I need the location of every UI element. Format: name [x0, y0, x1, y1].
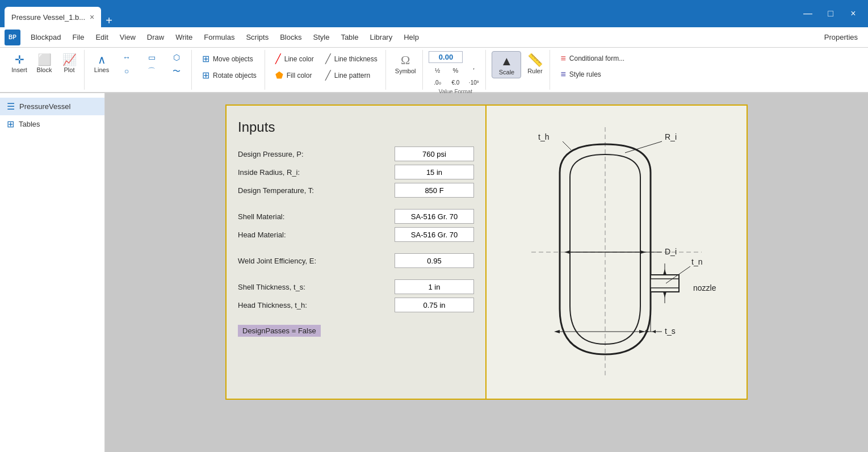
value-design-pressure[interactable]: 760 psi: [395, 147, 474, 161]
fraction-button[interactable]: ½: [429, 65, 446, 76]
ruler-button[interactable]: 📏 Ruler: [523, 51, 546, 76]
circle-icon: ○: [124, 66, 129, 76]
arrows-button[interactable]: ↔: [115, 51, 138, 64]
tn-arrow-dn: [663, 292, 666, 298]
menu-file[interactable]: File: [66, 31, 90, 44]
lines-label: Lines: [94, 66, 109, 73]
label-th: t_h: [538, 132, 549, 141]
menu-write[interactable]: Write: [170, 31, 198, 44]
label-shell-thickness: Shell Thickness, t_s:: [238, 283, 395, 291]
value-shell-material[interactable]: SA-516 Gr. 70: [395, 209, 474, 224]
sidebar-item-pressure-vessel[interactable]: ☰ PressureVessel: [0, 98, 104, 115]
style-items: ╱ Line color ⬟ Fill color ╱ Line thickne…: [271, 51, 382, 89]
style-rules-button[interactable]: ≡ Style rules: [556, 67, 629, 82]
menu-scripts[interactable]: Scripts: [240, 31, 274, 44]
ribbon-group-style: ╱ Line color ⬟ Fill color ╱ Line thickne…: [267, 50, 386, 90]
percent-button[interactable]: %: [447, 65, 464, 76]
curve-button[interactable]: 〜: [165, 65, 188, 78]
menu-table[interactable]: Table: [335, 31, 364, 44]
move-objects-button[interactable]: ⊞ Move objects: [198, 51, 261, 66]
menu-draw[interactable]: Draw: [141, 31, 170, 44]
window-controls: — □ ×: [798, 6, 863, 22]
block-button[interactable]: ⬜ Block: [33, 51, 56, 75]
polygon-icon: ⬡: [173, 53, 180, 62]
input-row-shell-material: Shell Material: SA-516 Gr. 70: [238, 209, 474, 224]
value-design-temp[interactable]: 850 F: [395, 183, 474, 198]
menu-edit[interactable]: Edit: [90, 31, 114, 44]
line-thickness-button[interactable]: ╱ Line thickness: [321, 51, 382, 66]
label-weld: Weld Joint Efficiency, E:: [238, 257, 395, 265]
sidebar-item-tables[interactable]: ⊞ Tables: [0, 115, 104, 133]
ribbon-group-conditional: ≡ Conditional form... ≡ Style rules: [552, 50, 632, 90]
line-color-button[interactable]: ╱ Line color: [271, 51, 318, 66]
add-tab-button[interactable]: +: [106, 14, 112, 27]
menu-blockpad[interactable]: Blockpad: [25, 31, 66, 44]
conditional-format-button[interactable]: ≡ Conditional form...: [556, 51, 629, 66]
close-tab-button[interactable]: ×: [90, 12, 94, 22]
menu-bar: BP Blockpad File Edit View Draw Write Fo…: [0, 27, 868, 48]
menu-view[interactable]: View: [114, 31, 141, 44]
curve-icon: 〜: [173, 66, 181, 77]
label-inside-radius: Inside Radius, R_i:: [238, 168, 395, 177]
di-arrowhead-l: [564, 250, 570, 254]
line-color-label: Line color: [284, 55, 314, 63]
app-icon: BP: [5, 30, 20, 45]
content-area: Inputs Design Pressure, P: 760 psi Insid…: [105, 93, 868, 452]
input-row-weld: Weld Joint Efficiency, E: 0.95: [238, 253, 474, 268]
polygon-button[interactable]: ⬡: [165, 51, 188, 64]
plot-button[interactable]: 📈 Plot: [58, 51, 81, 75]
format-buttons2: .0₀ €.0 ·10³: [429, 78, 482, 87]
sci-button[interactable]: ·10³: [465, 78, 482, 87]
menu-library[interactable]: Library: [364, 31, 398, 44]
ruler-icon: 📏: [527, 53, 543, 68]
rotate-objects-button[interactable]: ⊞ Rotate objects: [198, 68, 261, 83]
format-buttons: ½ % ′: [429, 65, 482, 76]
maximize-button[interactable]: □: [820, 6, 841, 22]
menu-formulas[interactable]: Formulas: [198, 31, 240, 44]
menu-style[interactable]: Style: [307, 31, 335, 44]
tab-area: Pressure Vessel_1.b... × +: [5, 0, 112, 27]
th-arrow: [563, 141, 571, 150]
lines-button[interactable]: ∧ Lines: [90, 51, 113, 75]
move-label: Move objects: [213, 55, 253, 63]
ribbon-group-symbol: Ω Symbol: [388, 50, 423, 90]
value-inside-radius[interactable]: 15 in: [395, 165, 474, 179]
prime-button[interactable]: ′: [465, 65, 482, 76]
conditional-format-label: Conditional form...: [569, 55, 624, 62]
properties-label[interactable]: Properties: [819, 31, 863, 44]
currency-button[interactable]: €.0: [447, 78, 464, 87]
symbol-button[interactable]: Ω Symbol: [392, 51, 420, 76]
fill-color-button[interactable]: ⬟ Fill color: [271, 68, 318, 83]
sidebar-label-tables: Tables: [19, 120, 40, 128]
title-bar: Pressure Vessel_1.b... × + — □ ×: [0, 0, 868, 27]
ruler-label: Ruler: [527, 68, 542, 74]
line-pattern-icon: ╱: [325, 70, 331, 81]
value-weld[interactable]: 0.95: [395, 253, 474, 268]
insert-label: Insert: [11, 66, 27, 73]
value-head-material[interactable]: SA-516 Gr. 70: [395, 227, 474, 242]
menu-help[interactable]: Help: [398, 31, 425, 44]
close-window-button[interactable]: ×: [843, 6, 863, 22]
thickness-col: ╱ Line thickness ╱ Line pattern: [321, 51, 382, 83]
design-passes-result: DesignPasses = False: [238, 325, 321, 337]
input-row-head-material: Head Material: SA-516 Gr. 70: [238, 227, 474, 242]
label-ts: t_s: [665, 327, 676, 336]
arc-button[interactable]: ⌒: [140, 65, 163, 78]
label-shell-material: Shell Material:: [238, 212, 395, 221]
ts-arrowhead-right: [639, 330, 645, 333]
scale-button[interactable]: ▲ Scale: [492, 51, 521, 78]
minimize-button[interactable]: —: [798, 6, 818, 22]
tn-arrow-up: [663, 269, 666, 275]
insert-button[interactable]: ✛ Insert: [8, 51, 31, 75]
value-head-thickness[interactable]: 0.75 in: [395, 298, 474, 312]
document-tab[interactable]: Pressure Vessel_1.b... ×: [5, 7, 101, 27]
value-shell-thickness[interactable]: 1 in: [395, 279, 474, 294]
label-head-thickness: Head Thickness, t_h:: [238, 301, 395, 309]
insert-items: ✛ Insert ⬜ Block 📈 Plot: [8, 51, 81, 89]
rect-button[interactable]: ▭: [140, 51, 163, 64]
circle-button[interactable]: ○: [115, 65, 138, 77]
decimal-button[interactable]: .0₀: [429, 78, 446, 87]
menu-blocks[interactable]: Blocks: [274, 31, 307, 44]
conditional-format-icon: ≡: [560, 53, 565, 64]
line-pattern-button[interactable]: ╱ Line pattern: [321, 68, 382, 83]
